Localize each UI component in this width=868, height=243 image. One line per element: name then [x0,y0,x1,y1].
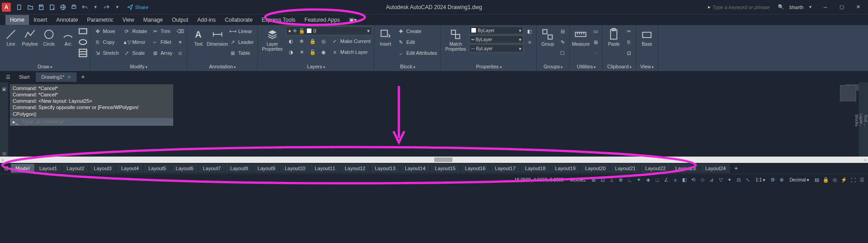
transparency-icon[interactable]: ◧ [680,176,689,184]
make-current-button[interactable]: ✓Make Current [330,36,373,46]
group-select-icon[interactable]: ☐ [558,48,567,58]
annotation-visibility-icon[interactable]: ⚖ [735,176,743,184]
layout-tab-1[interactable]: Layout1 [35,164,62,173]
otrack-icon[interactable]: ∠ [662,176,670,184]
array-button[interactable]: ⊞Array [150,48,174,58]
dynamic-input-icon[interactable]: ⊕ [617,176,625,184]
coordinates[interactable]: -16.0590, 4.6650, 0.0000 [510,176,567,183]
layer-properties-button[interactable]: Layer Properties [260,26,285,53]
text-button[interactable]: AText [189,26,208,48]
ungroup-icon[interactable]: ⊟ [558,26,567,36]
tab-annotate[interactable]: Annotate [52,15,82,25]
layout-tab-9[interactable]: Layout9 [253,164,280,173]
explode-icon[interactable]: ✴ [175,37,185,47]
command-close-icon[interactable]: ✕ [2,87,6,93]
saveas-icon[interactable] [47,2,57,12]
snap-icon[interactable]: ⊡ [599,176,607,184]
layout-tabs-menu-icon[interactable]: ☰ [2,164,11,173]
workspace-icon[interactable]: ⚙ [769,176,777,184]
erase-icon[interactable]: ⌫ [175,26,185,36]
measure-button[interactable]: Measure [572,26,590,48]
layout-tab-19[interactable]: Layout19 [551,164,581,173]
ortho-icon[interactable]: ∟ [626,176,634,184]
gizmo-icon[interactable]: ✦ [726,176,734,184]
copy-clip-icon[interactable]: ⎘ [624,37,634,47]
select-icon[interactable]: ▭ [591,26,601,36]
line-button[interactable]: Line [2,26,20,48]
match-properties-button[interactable]: Match Properties [443,26,468,53]
quick-properties-icon[interactable]: ▤ [813,176,821,184]
layout-tab-7[interactable]: Layout7 [199,164,226,173]
layout-tab-12[interactable]: Layout12 [340,164,370,173]
layout-tab-24[interactable]: Layout24 [701,164,731,173]
undo-icon[interactable] [80,2,90,12]
new-tab-button[interactable]: ＋ [78,73,88,81]
layer-freeze-icon[interactable]: ❄ [297,36,307,46]
rotate-button[interactable]: ⟳Rotate [121,26,149,36]
point-icon[interactable]: · [591,48,601,58]
layer-palette-tab[interactable]: Layer... [859,114,863,127]
drawing-tab[interactable]: Drawing1* ✕ [36,72,77,82]
lock-ui-icon[interactable]: 🔒 [822,176,830,184]
layout-tab-3[interactable]: Layout3 [89,164,116,173]
layout-tab-6[interactable]: Layout6 [171,164,199,173]
layout-tab-18[interactable]: Layout18 [520,164,550,173]
start-tab[interactable]: Start [14,72,35,81]
tab-insert[interactable]: Insert [29,15,52,25]
layout-tab-10[interactable]: Layout10 [280,164,310,173]
command-input[interactable] [21,119,170,125]
dynamic-ucs-icon[interactable]: ⊿ [708,176,716,184]
annotation-monitor-icon[interactable]: ⊕ [778,176,786,184]
cut-icon[interactable]: ✂ [624,26,634,36]
panel-label-properties[interactable]: Properties [443,63,534,70]
clean-screen-icon[interactable]: ⛶ [849,176,857,184]
polar-icon[interactable]: ✴ [635,176,643,184]
tab-output[interactable]: Output [167,15,193,25]
layout-tab-8[interactable]: Layout8 [226,164,253,173]
save-icon[interactable] [36,2,46,12]
lineweight-icon[interactable]: ≡ [671,176,679,184]
tab-view[interactable]: View [118,15,139,25]
layer-iso-icon[interactable]: ◎ [319,36,329,46]
layer-dropdown[interactable]: ● ❄ 🔓 0 ▾ [286,26,373,35]
copy-button[interactable]: ⎘Copy [92,37,121,47]
annotation-scale[interactable]: 1:1 ▾ [753,176,768,183]
minimize-button[interactable]: ─ [817,1,834,14]
selection-filter-icon[interactable]: ▽ [717,176,725,184]
close-tab-icon[interactable]: ✕ [67,74,71,80]
share-button[interactable]: Share [127,4,148,10]
panel-label-modify[interactable]: Modify [92,63,185,70]
hatch-icon[interactable] [78,48,88,58]
scale-button[interactable]: ⤢Scale [121,48,149,58]
tab-express[interactable]: Express Tools [257,15,300,25]
redo-icon[interactable] [102,2,112,12]
search-icon[interactable]: 🔍 [778,4,784,10]
layer-uniso-icon[interactable]: ◉ [319,47,329,57]
osnap-icon[interactable]: □ [653,176,661,184]
create-block-button[interactable]: ✚Create [395,26,439,36]
hardware-accel-icon[interactable]: ⚡ [840,176,848,184]
ucs-toggle-icon[interactable]: ⊞ [2,151,6,157]
panel-label-groups[interactable]: Groups [538,63,567,70]
tab-extra-icon[interactable]: ▣▾ [344,15,361,25]
web-open-icon[interactable] [58,2,68,12]
redo-dropdown-icon[interactable]: ▾ [112,2,122,12]
command-window[interactable]: ✕ Command: *Cancel* Command: *Cancel* Co… [10,84,173,126]
layer-lock-icon[interactable]: 🔒 [308,36,318,46]
list-icon[interactable]: ≡ [524,37,534,47]
tab-parametric[interactable]: Parametric [82,15,118,25]
app-menu-button[interactable]: A [2,3,11,12]
layout-tab-17[interactable]: Layout17 [490,164,520,173]
lineweight-dropdown[interactable]: ━ ByLayer▾ [469,35,524,43]
tab-collaborate[interactable]: Collaborate [220,15,257,25]
autodesk-app-icon[interactable]: ▾ [809,4,812,10]
layout-tab-14[interactable]: Layout14 [400,164,430,173]
trim-button[interactable]: ✂Trim [150,26,174,36]
offset-icon[interactable]: ⊂ [175,48,185,58]
open-icon[interactable] [25,2,35,12]
tab-featured[interactable]: Featured Apps [300,15,344,25]
ellipse-icon[interactable] [78,37,88,47]
dimension-button[interactable]: Dimension [209,26,227,48]
tab-home[interactable]: Home [5,15,29,25]
color-dropdown[interactable]: ByLayer▾ [469,26,524,34]
